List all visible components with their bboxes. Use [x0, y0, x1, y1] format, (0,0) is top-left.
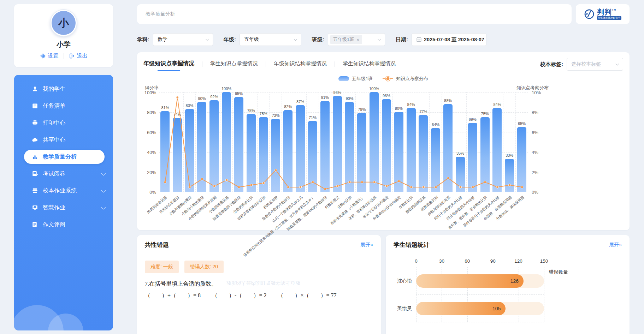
- class-label: 班级:: [312, 36, 324, 43]
- bar-value-label: 84%: [407, 102, 415, 107]
- bottom-cards: 共性错题 展开» 难度: 一般 错误人数: 20 7.在括号里填上合适的质数。 …: [137, 235, 630, 334]
- sidebar-item-printer[interactable]: 打印中心: [14, 114, 113, 131]
- bar: [382, 99, 391, 192]
- school-tag-placeholder: 选择校本标签: [571, 61, 601, 67]
- bar-value-label: 75%: [481, 112, 489, 116]
- chevron-down-icon: [206, 37, 209, 41]
- bar-column: 84%: [491, 92, 504, 192]
- tab-2[interactable]: 学生知识点掌握情况: [210, 59, 258, 70]
- question-text: 7.在括号里填上合适的质数。 数页上的字数是10以内最大的质数: [145, 280, 373, 288]
- sidebar-item-tasks[interactable]: 任务清单: [14, 97, 113, 114]
- sidebar-item-label: 任务清单: [43, 102, 65, 110]
- class-select[interactable]: 五年级1班 ×: [328, 33, 385, 46]
- common-errors-expand-link[interactable]: 展开»: [360, 242, 373, 248]
- bar-value-label: 83%: [186, 103, 194, 108]
- exam-icon: [32, 171, 38, 177]
- bar: [234, 97, 243, 192]
- grade-select[interactable]: 五年级: [240, 33, 301, 46]
- bar: [259, 117, 268, 192]
- bar: [419, 115, 428, 192]
- page: 小 小学 设置 退出 我的学生任务清单打印中心共享中心教学质量分析考试阅卷校本作…: [0, 0, 644, 334]
- bar-column: 74%: [171, 92, 184, 192]
- bar-column: 75%: [479, 92, 491, 192]
- sidebar-item-share[interactable]: 共享中心: [14, 131, 113, 148]
- tasks-icon: [32, 103, 38, 109]
- x-tick-label: 30: [439, 258, 444, 264]
- bar-column: 35%: [454, 92, 467, 192]
- x-axis-labels: 的四则混合运算没知识点的题目小数与整数的乘法小数与小数的乘法小数的四则运算及法则…: [159, 192, 528, 239]
- sidebar-item-smart[interactable]: 智慧作业: [14, 199, 113, 216]
- bar-column: 77%: [418, 92, 430, 192]
- settings-label: 设置: [48, 53, 59, 59]
- question-equations: （ ）+（ ）= 8 （ ）-（ ）= 2 （ ）×（ ）= 77: [145, 292, 373, 299]
- sidebar-item-homework[interactable]: 校本作业系统: [14, 182, 113, 199]
- legend-item-bar[interactable]: 五年级1班: [338, 76, 373, 82]
- share-icon: [32, 137, 38, 143]
- bar-value-label: 95%: [235, 91, 243, 96]
- sidebar-item-label: 教学质量分析: [43, 153, 77, 161]
- bar: [296, 105, 305, 192]
- sidebar-item-essay[interactable]: 作文评阅: [14, 216, 113, 233]
- logout-label: 退出: [77, 53, 88, 59]
- error-count-value: 126: [510, 278, 519, 284]
- gridline: [544, 267, 544, 322]
- y-tick-label: 40%: [147, 150, 156, 155]
- bar-column: 73%: [270, 92, 282, 192]
- bar-value-label: 33%: [506, 153, 513, 157]
- sidebar-item-label: 智慧作业: [43, 204, 65, 211]
- bar-value-label: 90%: [198, 96, 206, 101]
- tab-4[interactable]: 学生知识结构掌握情况: [343, 59, 396, 70]
- x-tick-label: 120: [514, 258, 522, 264]
- y-tick-label: 0%: [532, 190, 538, 195]
- sidebar-item-chart[interactable]: 教学质量分析: [24, 150, 105, 164]
- bar-value-label: 100%: [369, 87, 379, 91]
- bar-value-label: 91%: [321, 95, 329, 100]
- class-tag: 五年级1班 ×: [330, 35, 362, 44]
- settings-button[interactable]: 设置: [40, 53, 59, 59]
- bar-column: 90%: [196, 92, 208, 192]
- scan-watermark: 数页上的字数是10以内最大的质数: [226, 280, 300, 286]
- tab-1[interactable]: 年级知识点掌握情况: [143, 59, 194, 70]
- student-name: 沈心怡: [397, 278, 412, 284]
- school-tag-select[interactable]: 选择校本标签: [567, 58, 623, 71]
- bar: [345, 102, 354, 192]
- chevron-down-icon: [378, 37, 381, 41]
- sidebar-item-exam[interactable]: 考试阅卷: [14, 165, 113, 182]
- student-name: 美怡昊: [397, 305, 412, 312]
- bar-column: 93%: [380, 92, 393, 192]
- y-tick-label: 60%: [147, 130, 156, 135]
- bar: [480, 117, 490, 192]
- logo-text-wrap: 判判TM 智能阅卷批改好帮手: [597, 8, 621, 20]
- bar-column: 82%: [282, 92, 294, 192]
- legend-item-line[interactable]: 知识点考察分布: [383, 76, 428, 82]
- bar-value-label: 69%: [469, 117, 477, 121]
- chevron-down-icon: [101, 188, 106, 192]
- logo-tagline: 智能阅卷批改好帮手: [597, 16, 621, 20]
- tab-3[interactable]: 年级知识结构掌握情况: [274, 59, 327, 70]
- close-icon[interactable]: ×: [356, 37, 359, 42]
- bar-column: 83%: [184, 92, 196, 192]
- subject-value: 数学: [158, 36, 167, 43]
- student-errors-expand-link[interactable]: 展开»: [609, 242, 622, 248]
- profile-links: 设置 退出: [40, 53, 88, 59]
- bar-column: 33%: [503, 92, 516, 192]
- sidebar-item-label: 校本作业系统: [43, 187, 77, 195]
- bar-value-label: 35%: [456, 151, 464, 155]
- printer-icon: [32, 120, 38, 126]
- bar-column: 95%: [233, 92, 245, 192]
- bar-column: 64%: [430, 92, 442, 192]
- error-count-badge: 错误人数: 20: [184, 261, 224, 273]
- sidebar-item-student[interactable]: 我的学生: [14, 80, 113, 97]
- date-value: 2025-07-08 至 2025-08-07: [424, 36, 484, 43]
- logo-tm: TM: [612, 8, 616, 11]
- legend-label: 五年级1班: [352, 76, 373, 82]
- bar-column: 75%: [258, 92, 270, 192]
- chart-tabs: 年级知识点掌握情况学生知识点掌握情况年级知识结构掌握情况学生知识结构掌握情况 校…: [143, 58, 623, 71]
- bar-value-label: 100%: [221, 87, 231, 91]
- date-range-picker[interactable]: 2025-07-08 至 2025-08-07: [412, 33, 486, 46]
- logout-button[interactable]: 退出: [69, 53, 88, 59]
- bar-value-label: 93%: [383, 94, 390, 98]
- bar-column: 91%: [319, 92, 331, 192]
- subject-select[interactable]: 数学: [153, 33, 213, 46]
- bar-value-label: 71%: [309, 115, 317, 120]
